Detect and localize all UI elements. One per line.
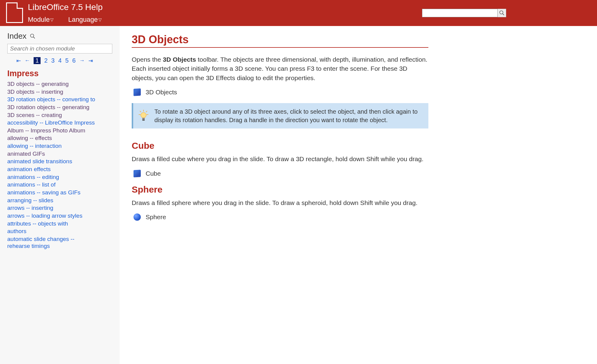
header-menus: Module ▽ Language ▽ bbox=[28, 16, 103, 24]
intro-pre: Opens the bbox=[132, 56, 163, 63]
module-menu-label: Module bbox=[28, 16, 50, 24]
module-menu[interactable]: Module ▽ bbox=[28, 16, 54, 24]
language-menu-label: Language bbox=[68, 16, 98, 24]
sphere-heading: Sphere bbox=[132, 184, 428, 195]
app-title: LibreOffice 7.5 Help bbox=[28, 2, 103, 12]
index-item[interactable]: 3D scenes -- creating bbox=[7, 111, 112, 119]
svg-line-1 bbox=[503, 14, 504, 15]
sidebar: Index ⇤ ← 1 2 3 4 5 6 → ⇥ Impress 3D obj… bbox=[0, 26, 120, 364]
index-item[interactable]: accessibility -- LibreOffice Impress bbox=[7, 119, 112, 127]
tip-box: To rotate a 3D object around any of its … bbox=[132, 103, 428, 128]
page-2[interactable]: 2 bbox=[44, 57, 48, 64]
index-item[interactable]: arrows -- loading arrow styles bbox=[7, 212, 112, 220]
page-5[interactable]: 5 bbox=[65, 57, 69, 64]
sidebar-heading: Index bbox=[7, 31, 112, 41]
index-item[interactable]: animations -- editing bbox=[7, 173, 112, 181]
page-title: 3D Objects bbox=[132, 33, 428, 48]
tip-text: To rotate a 3D object around any of its … bbox=[154, 107, 422, 124]
cube-heading: Cube bbox=[132, 141, 428, 151]
index-item[interactable]: 3D rotation objects -- converting to bbox=[7, 96, 112, 103]
svg-point-9 bbox=[141, 112, 146, 118]
app-header: LibreOffice 7.5 Help Module ▽ Language ▽ bbox=[0, 0, 597, 26]
header-search bbox=[422, 9, 506, 17]
main-content: 3D Objects Opens the 3D Objects toolbar.… bbox=[120, 26, 453, 364]
index-item[interactable]: animation effects bbox=[7, 165, 112, 173]
svg-point-0 bbox=[500, 11, 503, 14]
svg-line-6 bbox=[146, 111, 147, 112]
sphere-text: Draws a filled sphere where you drag in … bbox=[132, 198, 428, 207]
layout: Index ⇤ ← 1 2 3 4 5 6 → ⇥ Impress 3D obj… bbox=[0, 26, 597, 364]
page-3[interactable]: 3 bbox=[51, 57, 54, 64]
page-6[interactable]: 6 bbox=[72, 57, 76, 64]
header-search-input[interactable] bbox=[422, 9, 498, 17]
language-menu[interactable]: Language ▽ bbox=[68, 16, 102, 24]
cube-label: Cube bbox=[146, 170, 161, 177]
index-item[interactable]: allowing -- interaction bbox=[7, 142, 112, 150]
page-prev[interactable]: ← bbox=[25, 57, 30, 64]
page-4[interactable]: 4 bbox=[58, 57, 61, 64]
svg-point-2 bbox=[30, 34, 34, 37]
page-last[interactable]: ⇥ bbox=[88, 57, 93, 64]
index-item[interactable]: automatic slide changes -- bbox=[7, 235, 112, 243]
pagination: ⇤ ← 1 2 3 4 5 6 → ⇥ bbox=[16, 57, 112, 64]
intro-bold: 3D Objects bbox=[163, 56, 196, 63]
cube-icon bbox=[134, 170, 141, 177]
toolbar-object-label: 3D Objects bbox=[146, 89, 177, 96]
index-item[interactable]: arrows -- inserting bbox=[7, 204, 112, 212]
index-item[interactable]: 3D objects -- inserting bbox=[7, 88, 112, 96]
index-item[interactable]: 3D rotation objects -- generating bbox=[7, 103, 112, 111]
lightbulb-icon bbox=[138, 109, 149, 122]
page-next[interactable]: → bbox=[79, 57, 85, 64]
cube-text: Draws a filled cube where you drag in th… bbox=[132, 154, 428, 164]
search-icon bbox=[30, 33, 36, 39]
toolbar-object-row: 3D Objects bbox=[134, 89, 428, 96]
index-item[interactable]: 3D objects -- generating bbox=[7, 80, 112, 88]
sidebar-heading-label: Index bbox=[7, 31, 27, 41]
sphere-object-row: Sphere bbox=[134, 213, 428, 221]
index-item[interactable]: attributes -- objects with bbox=[7, 220, 112, 228]
index-item[interactable]: arranging -- slides bbox=[7, 197, 112, 204]
search-icon bbox=[499, 10, 505, 16]
svg-line-5 bbox=[140, 111, 141, 112]
sphere-label: Sphere bbox=[146, 213, 166, 221]
index-item[interactable]: animated slide transitions bbox=[7, 158, 112, 165]
index-item[interactable]: animated GIFs bbox=[7, 150, 112, 158]
page-1[interactable]: 1 bbox=[34, 57, 41, 64]
index-section-title: Impress bbox=[7, 69, 112, 78]
index-item[interactable]: Album -- Impress Photo Album bbox=[7, 127, 112, 135]
chevron-down-icon: ▽ bbox=[50, 17, 54, 22]
cube-object-row: Cube bbox=[134, 170, 428, 177]
3d-objects-icon bbox=[134, 89, 141, 96]
svg-line-3 bbox=[33, 37, 35, 38]
header-text: LibreOffice 7.5 Help Module ▽ Language ▽ bbox=[28, 2, 103, 24]
chevron-down-icon: ▽ bbox=[98, 17, 102, 22]
svg-rect-11 bbox=[142, 120, 145, 121]
libreoffice-logo-icon bbox=[6, 2, 23, 23]
index-item[interactable]: allowing -- effects bbox=[7, 134, 112, 142]
index-item[interactable]: animations -- saving as GIFs bbox=[7, 189, 112, 197]
index-search-input[interactable] bbox=[7, 44, 112, 54]
svg-rect-10 bbox=[142, 118, 145, 120]
intro-paragraph: Opens the 3D Objects toolbar. The object… bbox=[132, 55, 428, 83]
header-left: LibreOffice 7.5 Help Module ▽ Language ▽ bbox=[6, 2, 103, 24]
index-item[interactable]: authors bbox=[7, 227, 112, 235]
index-item[interactable]: animations -- list of bbox=[7, 181, 112, 189]
header-search-button[interactable] bbox=[498, 9, 506, 17]
index-list: 3D objects -- generating3D objects -- in… bbox=[7, 80, 112, 250]
page-first[interactable]: ⇤ bbox=[16, 57, 21, 64]
index-item[interactable]: rehearse timings bbox=[7, 242, 112, 250]
sphere-icon bbox=[134, 213, 141, 221]
